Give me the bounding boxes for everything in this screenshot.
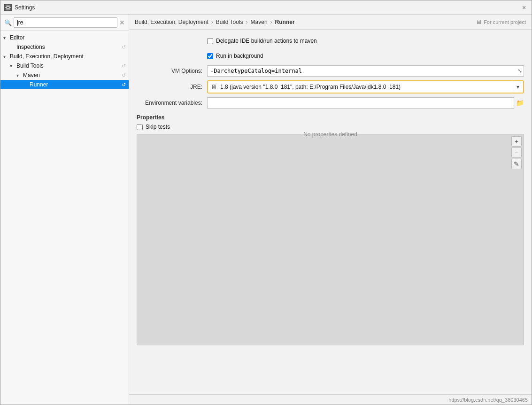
- jre-row: JRE: 🖥 1.8 (java version "1.8.0_181", pa…: [137, 80, 524, 93]
- search-bar: 🔍 ✕: [0, 15, 129, 31]
- delegate-checkbox[interactable]: [207, 38, 213, 44]
- properties-header: Properties: [137, 114, 524, 121]
- window-title: Settings: [15, 4, 35, 11]
- env-label: Environment variables:: [137, 100, 207, 106]
- title-bar: Settings ×: [0, 0, 532, 15]
- tree: ▾EditorInspections↺▾Build, Execution, De…: [0, 31, 129, 405]
- svg-point-0: [7, 6, 9, 9]
- sidebar-item-label-editor: Editor: [10, 34, 129, 41]
- properties-section: Properties Skip tests No properties defi…: [137, 114, 524, 345]
- chevron-down-icon: ▾: [517, 84, 519, 90]
- expand-arrow-icon: ▾: [3, 35, 10, 40]
- vm-options-row: VM Options: ⤡: [137, 65, 524, 77]
- env-browse-button[interactable]: 📁: [516, 99, 524, 107]
- breadcrumb-current: Runner: [275, 19, 295, 25]
- search-input[interactable]: [14, 17, 117, 28]
- env-input[interactable]: [207, 97, 514, 109]
- sidebar-item-label-build-execution-deployment: Build, Execution, Deployment: [10, 53, 129, 60]
- properties-table: No properties defined + − ✎: [137, 134, 524, 345]
- jre-label: JRE:: [137, 84, 207, 90]
- sidebar-item-editor[interactable]: ▾Editor: [0, 33, 129, 42]
- breadcrumb-part-1: Build, Execution, Deployment: [135, 19, 208, 25]
- vm-options-input[interactable]: [207, 65, 524, 77]
- background-checkbox[interactable]: [207, 53, 213, 59]
- delegate-checkbox-text: Delegate IDE build/run actions to maven: [216, 38, 317, 44]
- reset-icon-maven[interactable]: ↺: [122, 72, 126, 78]
- sidebar-item-build-execution-deployment[interactable]: ▾Build, Execution, Deployment: [0, 52, 129, 61]
- close-button[interactable]: ×: [520, 4, 528, 11]
- bottom-url: https://blog.csdn.net/qq_38030465: [448, 397, 528, 403]
- edit-property-button[interactable]: ✎: [511, 159, 522, 169]
- jre-select-container[interactable]: 🖥 1.8 (java version "1.8.0_181", path: E…: [207, 80, 524, 93]
- right-panel: Build, Execution, Deployment › Build Too…: [129, 15, 532, 405]
- sidebar-item-maven[interactable]: ▾Maven↺: [0, 70, 129, 80]
- settings-form: Delegate IDE build/run actions to maven …: [129, 30, 532, 394]
- sidebar: 🔍 ✕ ▾EditorInspections↺▾Build, Execution…: [0, 15, 129, 405]
- background-row: Run in background: [137, 50, 524, 62]
- properties-toolbar: + − ✎: [511, 136, 522, 169]
- breadcrumb-sep-1: ›: [211, 19, 213, 25]
- reset-icon-build-tools[interactable]: ↺: [122, 63, 126, 69]
- jre-folder-icon: 🖥: [211, 83, 217, 91]
- search-icon: 🔍: [4, 19, 12, 26]
- expand-arrow-icon: ▾: [16, 73, 23, 78]
- bottom-bar: https://blog.csdn.net/qq_38030465: [129, 394, 532, 405]
- jre-value-text: 1.8 (java version "1.8.0_181", path: E:/…: [220, 84, 512, 90]
- background-checkbox-text: Run in background: [216, 53, 263, 59]
- sidebar-item-inspections[interactable]: Inspections↺: [0, 42, 129, 52]
- reset-icon-runner[interactable]: ↺: [122, 82, 126, 88]
- skip-tests-row: Skip tests: [137, 124, 524, 130]
- expand-arrow-icon: ▾: [3, 54, 10, 59]
- breadcrumb-part-2: Build Tools: [216, 19, 243, 25]
- jre-dropdown-arrow[interactable]: ▾: [512, 81, 523, 93]
- project-label: For current project: [484, 19, 526, 25]
- background-checkbox-label[interactable]: Run in background: [207, 53, 263, 59]
- sidebar-item-build-tools[interactable]: ▾Build Tools↺: [0, 61, 129, 70]
- sidebar-item-label-runner: Runner: [30, 81, 122, 88]
- expand-arrow-icon: ▾: [10, 63, 16, 69]
- settings-window: Settings × 🔍 ✕ ▾EditorInspections↺▾Build…: [0, 0, 532, 405]
- vm-options-label: VM Options:: [137, 68, 207, 74]
- remove-property-button[interactable]: −: [511, 148, 522, 158]
- settings-icon: [4, 4, 12, 11]
- delegate-row: Delegate IDE build/run actions to maven: [137, 35, 524, 47]
- vm-options-wrapper: ⤡: [207, 65, 524, 77]
- add-property-button[interactable]: +: [511, 136, 522, 147]
- breadcrumb-part-3: Maven: [251, 19, 268, 25]
- delegate-checkbox-label[interactable]: Delegate IDE build/run actions to maven: [207, 38, 317, 44]
- sidebar-item-label-inspections: Inspections: [16, 44, 122, 50]
- sidebar-item-label-build-tools: Build Tools: [16, 62, 122, 69]
- skip-tests-checkbox[interactable]: [137, 124, 143, 130]
- sidebar-item-label-maven: Maven: [23, 72, 122, 78]
- main-content: 🔍 ✕ ▾EditorInspections↺▾Build, Execution…: [0, 15, 532, 405]
- breadcrumb-sep-3: ›: [270, 19, 272, 25]
- no-properties-text: No properties defined: [303, 131, 357, 138]
- env-wrapper: 📁: [207, 97, 524, 109]
- env-row: Environment variables: 📁: [137, 97, 524, 109]
- search-clear-button[interactable]: ✕: [119, 19, 125, 26]
- breadcrumb-bar: Build, Execution, Deployment › Build Too…: [129, 15, 532, 30]
- sidebar-item-runner[interactable]: Runner↺: [0, 80, 129, 89]
- breadcrumb-project: 🖥 For current project: [476, 18, 526, 25]
- reset-icon-inspections[interactable]: ↺: [122, 44, 126, 50]
- vm-options-expand-icon[interactable]: ⤡: [517, 68, 522, 74]
- project-icon: 🖥: [476, 18, 482, 25]
- title-bar-left: Settings: [4, 4, 35, 11]
- skip-tests-label[interactable]: Skip tests: [146, 124, 170, 130]
- breadcrumb-sep-2: ›: [246, 19, 248, 25]
